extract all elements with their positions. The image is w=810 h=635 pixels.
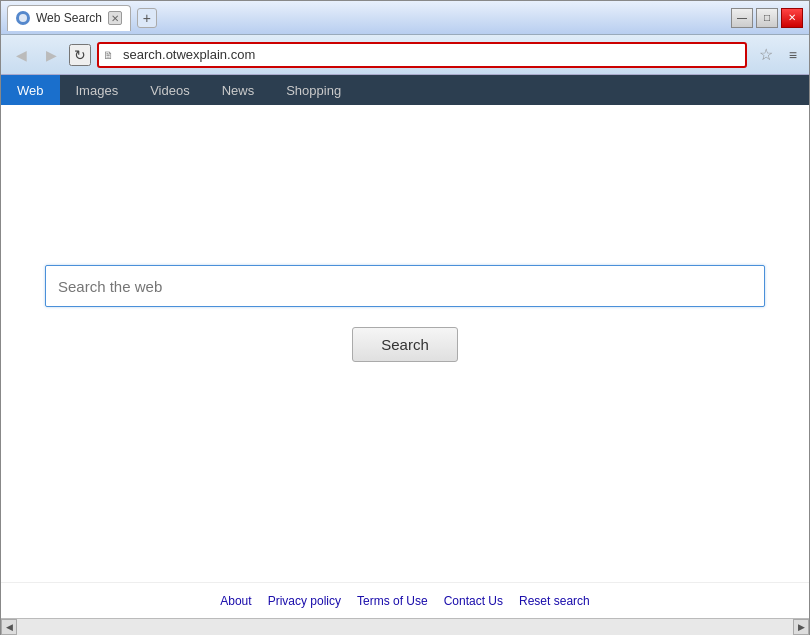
address-icon: 🗎 <box>103 49 114 61</box>
tab-title: Web Search <box>36 11 102 25</box>
close-button[interactable]: ✕ <box>781 8 803 28</box>
browser-tab[interactable]: Web Search ✕ <box>7 5 131 31</box>
back-button[interactable]: ◀ <box>9 43 33 67</box>
main-content: Search <box>1 105 809 582</box>
tab-close-button[interactable]: ✕ <box>108 11 122 25</box>
footer-link-about[interactable]: About <box>220 594 251 608</box>
address-bar-container: 🗎 <box>97 42 747 68</box>
tab-web[interactable]: Web <box>1 75 60 105</box>
tab-news[interactable]: News <box>206 75 271 105</box>
search-box-container: Search <box>45 265 765 362</box>
search-button[interactable]: Search <box>352 327 458 362</box>
minimize-button[interactable]: — <box>731 8 753 28</box>
maximize-button[interactable]: □ <box>756 8 778 28</box>
horizontal-scrollbar: ◀ ▶ <box>1 618 809 634</box>
scrollbar-track[interactable] <box>17 619 793 635</box>
navigation-bar: ◀ ▶ ↻ 🗎 ☆ ≡ <box>1 35 809 75</box>
tab-images[interactable]: Images <box>60 75 135 105</box>
new-tab-button[interactable]: + <box>137 8 157 28</box>
title-bar-left: Web Search ✕ + <box>7 5 731 31</box>
footer-link-reset-search[interactable]: Reset search <box>519 594 590 608</box>
browser-window: Web Search ✕ + — □ ✕ ◀ ▶ ↻ 🗎 ☆ ≡ Web Ima… <box>0 0 810 635</box>
footer: About Privacy policy Terms of Use Contac… <box>1 582 809 618</box>
scroll-right-button[interactable]: ▶ <box>793 619 809 635</box>
title-bar: Web Search ✕ + — □ ✕ <box>1 1 809 35</box>
forward-button[interactable]: ▶ <box>39 43 63 67</box>
svg-point-0 <box>19 14 27 22</box>
refresh-button[interactable]: ↻ <box>69 44 91 66</box>
tab-favicon <box>16 11 30 25</box>
tab-shopping[interactable]: Shopping <box>270 75 357 105</box>
search-input[interactable] <box>45 265 765 307</box>
footer-link-privacy-policy[interactable]: Privacy policy <box>268 594 341 608</box>
address-input[interactable] <box>97 42 747 68</box>
footer-link-terms-of-use[interactable]: Terms of Use <box>357 594 428 608</box>
search-category-tabs: Web Images Videos News Shopping <box>1 75 809 105</box>
scroll-left-button[interactable]: ◀ <box>1 619 17 635</box>
footer-link-contact-us[interactable]: Contact Us <box>444 594 503 608</box>
bookmark-button[interactable]: ☆ <box>753 45 779 64</box>
window-controls: — □ ✕ <box>731 8 803 28</box>
menu-button[interactable]: ≡ <box>785 47 801 63</box>
tab-videos[interactable]: Videos <box>134 75 206 105</box>
